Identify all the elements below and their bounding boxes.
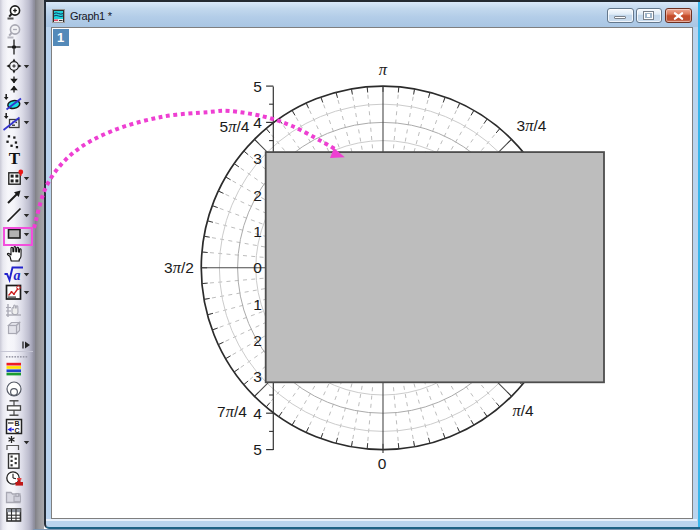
svg-text:a: a — [14, 268, 21, 283]
svg-text:B: B — [15, 420, 20, 427]
svg-text:C: C — [15, 427, 20, 434]
